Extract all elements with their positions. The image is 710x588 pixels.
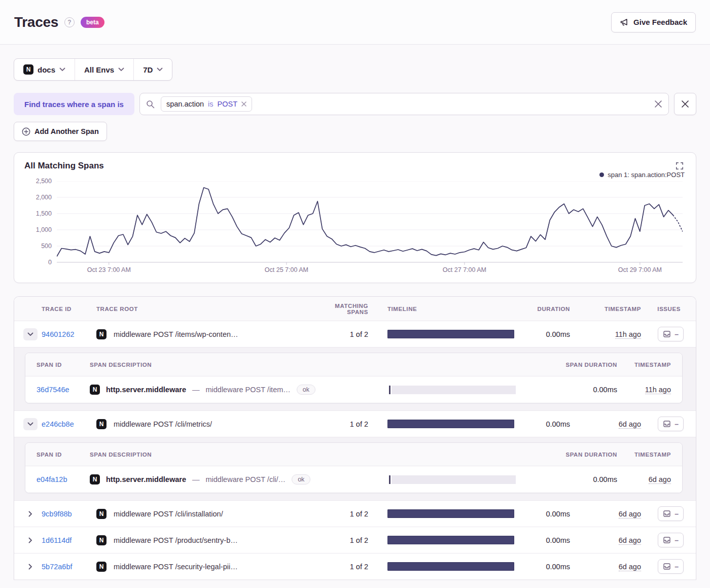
y-axis-tick-label: 1,000 [36, 226, 52, 233]
col-timestamp: TIMESTAMP [570, 306, 641, 312]
help-icon[interactable]: ? [64, 17, 75, 27]
span-status-badge: ok [297, 385, 315, 395]
expand-row-button[interactable] [23, 534, 38, 546]
span-search-input[interactable]: span.action is POST [139, 93, 669, 115]
timeline-bar[interactable] [387, 509, 514, 518]
span-query-row: Find traces where a span is span.action … [14, 93, 696, 115]
table-row: 94601262 Nmiddleware POST /items/wp-cont… [14, 321, 696, 348]
issues-icon [663, 510, 671, 517]
give-feedback-label: Give Feedback [633, 18, 687, 26]
trace-id-link[interactable]: 5b72a6bf [42, 563, 72, 571]
span-row: e04fa12b N http.server.middleware — midd… [25, 466, 682, 493]
expand-row-button[interactable] [23, 561, 38, 573]
chip-operator: is [208, 100, 213, 108]
span-separator: — [192, 475, 200, 483]
col-span-description: SPAN DESCRIPTION [90, 362, 389, 368]
nextjs-platform-icon: N [90, 385, 100, 395]
y-axis-tick-label: 1,500 [36, 210, 52, 217]
traces-table-header: TRACE ID TRACE ROOT MATCHING SPANS TIMEL… [14, 297, 696, 321]
issues-button[interactable]: – [658, 506, 684, 521]
span-duration-value: 0.00ms [516, 386, 617, 394]
page-title: Traces [14, 14, 58, 30]
col-trace-id: TRACE ID [42, 306, 96, 312]
span-id-link[interactable]: e04fa12b [37, 475, 67, 483]
traces-table: TRACE ID TRACE ROOT MATCHING SPANS TIMEL… [14, 296, 696, 580]
remove-span-query-button[interactable] [674, 93, 696, 115]
timeline-bar[interactable] [387, 330, 514, 338]
issues-count: – [674, 537, 679, 544]
find-traces-label: Find traces where a span is [14, 93, 134, 115]
span-duration-value: 0.00ms [516, 475, 617, 483]
col-trace-root: TRACE ROOT [96, 306, 332, 312]
y-axis-tick-label: 2,000 [36, 194, 52, 201]
timestamp-value[interactable]: 6d ago [619, 563, 641, 571]
matching-spans-value: 1 of 2 [332, 510, 387, 518]
y-axis-tick-label: 500 [41, 243, 52, 250]
span-timeline[interactable] [389, 475, 516, 484]
y-axis-tick-label: 2,500 [36, 178, 52, 185]
trace-id-link[interactable]: e246cb8e [42, 420, 74, 428]
issues-icon [663, 563, 671, 570]
project-select[interactable]: N docs [14, 59, 75, 80]
span-id-link[interactable]: 36d7546e [37, 386, 69, 394]
issues-count: – [674, 510, 679, 517]
issues-button[interactable]: – [658, 417, 684, 431]
chart-plot-area: 05001,0001,5002,0002,500 Oct 23 7:00 AMO… [24, 181, 685, 278]
issues-button[interactable]: – [658, 533, 684, 547]
environment-select[interactable]: All Envs [75, 59, 133, 80]
filter-chip-span-action[interactable]: span.action is POST [161, 96, 252, 112]
add-another-span-button[interactable]: Add Another Span [14, 122, 107, 141]
clear-search-icon[interactable] [654, 100, 662, 108]
date-range-select-label: 7D [143, 65, 153, 74]
chip-remove-icon[interactable] [241, 101, 246, 107]
y-axis-tick-label: 0 [48, 259, 52, 266]
collapse-row-button[interactable] [23, 418, 38, 430]
col-issues: ISSUES [641, 306, 687, 312]
duration-value: 0.00ms [514, 330, 570, 338]
plus-circle-icon [22, 127, 30, 136]
timestamp-value[interactable]: 6d ago [619, 510, 641, 518]
give-feedback-button[interactable]: Give Feedback [611, 12, 696, 32]
col-span-description: SPAN DESCRIPTION [90, 452, 389, 458]
chevron-down-icon [59, 67, 65, 72]
trace-root-label: middleware POST /product/sentry-b… [114, 536, 238, 544]
timestamp-value[interactable]: 6d ago [619, 420, 641, 429]
timestamp-value[interactable]: 6d ago [619, 536, 641, 545]
nextjs-platform-icon: N [90, 474, 100, 485]
filter-bar: N docs All Envs 7D [14, 58, 172, 81]
span-timestamp-value[interactable]: 6d ago [649, 475, 671, 484]
timestamp-value[interactable]: 11h ago [615, 330, 641, 339]
nextjs-platform-icon: N [96, 329, 106, 339]
date-range-select[interactable]: 7D [133, 59, 172, 80]
page-header: Traces ? beta Give Feedback [0, 0, 710, 45]
issues-button[interactable]: – [658, 559, 684, 574]
expanded-trace-spans: SPAN ID SPAN DESCRIPTION SPAN DURATION T… [14, 437, 696, 501]
matching-spans-chart: All Matching Spans span 1: span.action:P… [14, 152, 696, 283]
issues-button[interactable]: – [658, 327, 684, 341]
issues-count: – [674, 331, 679, 338]
chevron-down-icon [118, 67, 124, 72]
span-table-header: SPAN ID SPAN DESCRIPTION SPAN DURATION T… [25, 443, 682, 466]
expand-row-button[interactable] [23, 508, 38, 520]
table-row: e246cb8e Nmiddleware POST /cli/metrics/ … [14, 411, 696, 437]
span-timestamp-value[interactable]: 11h ago [645, 386, 671, 394]
trace-id-link[interactable]: 9cb9f88b [42, 510, 72, 518]
fullscreen-icon[interactable] [674, 161, 685, 171]
span-timeline[interactable] [389, 386, 516, 394]
span-description: middleware POST /item… [205, 386, 290, 394]
trace-root-label: middleware POST /cli/metrics/ [114, 420, 212, 428]
trace-id-link[interactable]: 1d6114df [42, 536, 72, 544]
timeline-bar[interactable] [387, 536, 514, 544]
span-table-header: SPAN ID SPAN DESCRIPTION SPAN DURATION T… [25, 353, 682, 376]
nextjs-project-icon: N [23, 64, 33, 75]
col-span-id: SPAN ID [37, 362, 90, 368]
nextjs-platform-icon: N [96, 562, 106, 572]
nextjs-platform-icon: N [96, 535, 106, 545]
environment-select-label: All Envs [84, 65, 114, 74]
collapse-row-button[interactable] [23, 328, 38, 340]
trace-root-label: middleware POST /cli/installation/ [114, 510, 223, 518]
timeline-bar[interactable] [387, 562, 514, 571]
chart-title: All Matching Spans [24, 161, 104, 171]
trace-id-link[interactable]: 94601262 [42, 330, 75, 338]
timeline-bar[interactable] [387, 420, 514, 428]
